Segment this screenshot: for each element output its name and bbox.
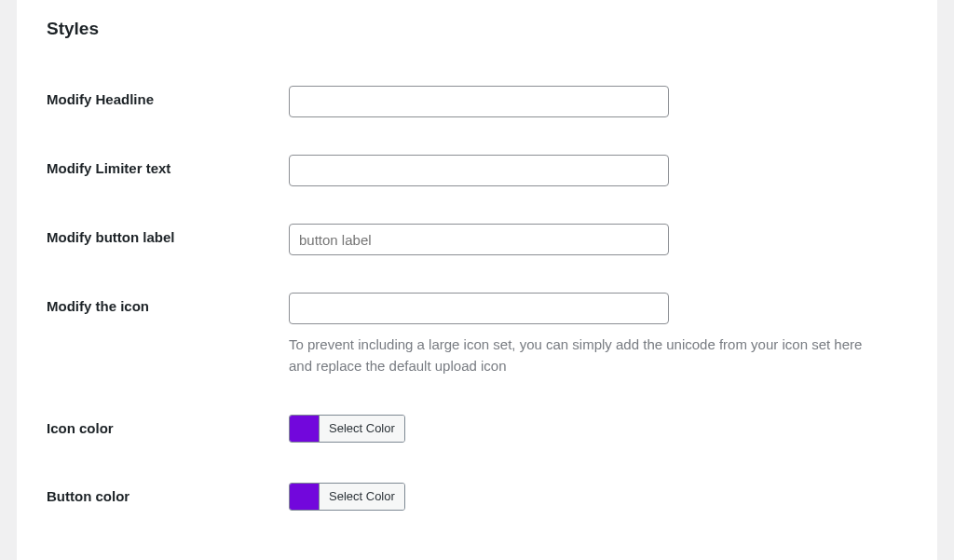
input-button-label[interactable] bbox=[289, 224, 669, 255]
control-headline bbox=[289, 86, 907, 117]
label-button-color: Button color bbox=[47, 483, 289, 504]
input-icon[interactable] bbox=[289, 293, 669, 324]
label-button-label: Modify button label bbox=[47, 224, 289, 245]
label-icon: Modify the icon bbox=[47, 293, 289, 314]
select-color-button-button[interactable]: Select Color bbox=[320, 484, 404, 510]
label-icon-color: Icon color bbox=[47, 415, 289, 436]
control-button-label bbox=[289, 224, 907, 255]
color-swatch-button[interactable] bbox=[290, 484, 320, 510]
row-button-color: Button color Select Color bbox=[47, 483, 907, 513]
control-icon-color: Select Color bbox=[289, 415, 907, 445]
label-headline: Modify Headline bbox=[47, 86, 289, 107]
control-button-color: Select Color bbox=[289, 483, 907, 513]
color-swatch-icon[interactable] bbox=[290, 416, 320, 442]
select-color-button-icon[interactable]: Select Color bbox=[320, 416, 404, 442]
row-icon: Modify the icon To prevent including a l… bbox=[47, 293, 907, 377]
row-limiter: Modify Limiter text bbox=[47, 155, 907, 186]
label-limiter: Modify Limiter text bbox=[47, 155, 289, 176]
section-title: Styles bbox=[47, 19, 907, 39]
control-limiter bbox=[289, 155, 907, 186]
row-headline: Modify Headline bbox=[47, 86, 907, 117]
styles-form: Modify Headline Modify Limiter text Modi… bbox=[47, 86, 907, 513]
control-icon: To prevent including a large icon set, y… bbox=[289, 293, 907, 377]
styles-panel: Styles Modify Headline Modify Limiter te… bbox=[17, 0, 937, 560]
color-picker-button[interactable]: Select Color bbox=[289, 483, 405, 511]
row-button-label: Modify button label bbox=[47, 224, 907, 255]
input-limiter[interactable] bbox=[289, 155, 669, 186]
row-icon-color: Icon color Select Color bbox=[47, 415, 907, 445]
color-picker-icon[interactable]: Select Color bbox=[289, 415, 405, 443]
input-headline[interactable] bbox=[289, 86, 669, 117]
description-icon: To prevent including a large icon set, y… bbox=[289, 334, 885, 377]
